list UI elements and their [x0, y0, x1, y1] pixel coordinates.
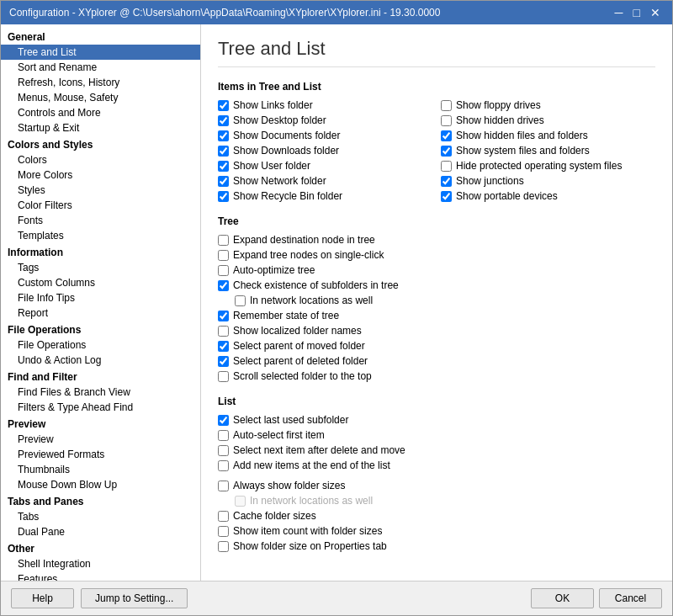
checkbox-hide-protected-operating-system-files[interactable]: [441, 161, 452, 172]
tree-checkbox-row: Expand tree nodes on single-click: [218, 247, 655, 263]
checkbox-tree-check-existence-of-subfolders-in-tree[interactable]: [218, 280, 229, 291]
sidebar-item-shell-integration[interactable]: Shell Integration: [1, 556, 200, 571]
sidebar-item-sort-and-rename[interactable]: Sort and Rename: [1, 60, 200, 75]
checkbox-list-cache-folder-sizes[interactable]: [218, 511, 229, 522]
tree-checkbox-row: Check existence of subfolders in tree: [218, 278, 655, 293]
sidebar-item-custom-columns[interactable]: Custom Columns: [1, 275, 200, 290]
sidebar-group-label: Tabs and Panes: [1, 492, 200, 509]
sidebar-item-menus-mouse-safety[interactable]: Menus, Mouse, Safety: [1, 90, 200, 105]
checkbox-show-hidden-drives[interactable]: [441, 115, 452, 126]
items-left-checkbox-row: Show Recycle Bin folder: [218, 189, 432, 204]
sidebar-item-dual-pane[interactable]: Dual Pane: [1, 524, 200, 539]
sidebar-item-templates[interactable]: Templates: [1, 228, 200, 243]
tree-checkbox-row: Expand destination node in tree: [218, 232, 655, 247]
checkbox-tree-expand-destination-node-in-tree[interactable]: [218, 235, 229, 246]
checkbox-label: Show junctions: [456, 175, 524, 187]
checkbox-label: Check existence of subfolders in tree: [233, 279, 399, 291]
checkbox-list-select-next-item-after-delete-and-move[interactable]: [218, 445, 229, 456]
checkbox-show-floppy-drives[interactable]: [441, 100, 452, 111]
sidebar-item-thumbnails[interactable]: Thumbnails: [1, 462, 200, 477]
list-checkbox-row: Show item count with folder sizes: [218, 523, 655, 539]
checkbox-show-network-folder[interactable]: [218, 176, 229, 187]
checkbox-label: Show item count with folder sizes: [233, 525, 382, 537]
checkbox-show-recycle-bin-folder[interactable]: [218, 191, 229, 202]
sidebar-item-mouse-down-blow-up[interactable]: Mouse Down Blow Up: [1, 477, 200, 492]
footer: Help Jump to Setting... OK Cancel: [1, 581, 672, 615]
checkbox-label: Show User folder: [233, 160, 310, 172]
checkbox-show-hidden-files-and-folders[interactable]: [441, 130, 452, 141]
sidebar-item-styles[interactable]: Styles: [1, 183, 200, 198]
checkbox-label: Add new items at the end of the list: [233, 459, 390, 471]
sidebar-item-more-colors[interactable]: More Colors: [1, 167, 200, 183]
checkbox-show-downloads-folder[interactable]: [218, 146, 229, 157]
sidebar-item-tree-and-list[interactable]: Tree and List: [1, 45, 200, 60]
content-area: GeneralTree and ListSort and RenameRefre…: [1, 24, 672, 581]
checkbox-list-show-item-count-with-folder-sizes[interactable]: [218, 526, 229, 537]
items-right-checkbox-row: Show floppy drives: [441, 98, 655, 113]
sidebar-item-undo-action-log[interactable]: Undo & Action Log: [1, 353, 200, 368]
checkbox-tree-select-parent-of-moved-folder[interactable]: [218, 341, 229, 352]
sidebar-item-color-filters[interactable]: Color Filters: [1, 198, 200, 213]
sidebar-item-refresh-icons-history[interactable]: Refresh, Icons, History: [1, 75, 200, 90]
sidebar-item-tabs[interactable]: Tabs: [1, 509, 200, 524]
checkbox-label: Remember state of tree: [233, 310, 339, 321]
close-button[interactable]: ✕: [647, 6, 664, 19]
checkbox-show-system-files-and-folders[interactable]: [441, 146, 452, 157]
sidebar-group-label: File Operations: [1, 321, 200, 337]
checkbox-show-portable-devices[interactable]: [441, 191, 452, 202]
checkbox-tree-show-localized-folder-names[interactable]: [218, 326, 229, 337]
checkbox-label: Show Recycle Bin folder: [233, 190, 342, 202]
sidebar-item-file-info-tips[interactable]: File Info Tips: [1, 290, 200, 305]
checkbox-list-add-new-items-at-the-end-of-the-list[interactable]: [218, 460, 229, 471]
checkbox-list-select-last-used-subfolder[interactable]: [218, 415, 229, 426]
checkbox-show-links-folder[interactable]: [218, 100, 229, 111]
checkbox-label: Show hidden drives: [456, 114, 544, 126]
minimize-button[interactable]: ─: [612, 6, 627, 19]
sidebar-item-filters-type-ahead-find[interactable]: Filters & Type Ahead Find: [1, 400, 200, 415]
items-left-checkbox-row: Show Downloads folder: [218, 143, 432, 158]
checkbox-list-show-folder-size-on-properties-tab[interactable]: [218, 541, 229, 552]
checkbox-label: Auto-select first item: [233, 429, 325, 441]
checkbox-label: Auto-optimize tree: [233, 264, 315, 276]
checkbox-show-documents-folder[interactable]: [218, 130, 229, 141]
sidebar-item-find-files-branch-view[interactable]: Find Files & Branch View: [1, 385, 200, 400]
tree-checkbox-row: Auto-optimize tree: [218, 263, 655, 278]
maximize-button[interactable]: □: [630, 6, 644, 19]
sidebar-item-report[interactable]: Report: [1, 305, 200, 321]
checkbox-label: Select next item after delete and move: [233, 444, 405, 456]
sidebar-item-colors[interactable]: Colors: [1, 152, 200, 167]
sidebar-item-features[interactable]: Features: [1, 571, 200, 581]
section-tree-title: Tree: [218, 215, 655, 227]
ok-button[interactable]: OK: [531, 588, 594, 608]
sidebar-item-file-operations[interactable]: File Operations: [1, 337, 200, 353]
checkbox-tree-scroll-selected-folder-to-the-top[interactable]: [218, 371, 229, 382]
checkbox-label: Show localized folder names: [233, 325, 362, 337]
sidebar-item-tags[interactable]: Tags: [1, 260, 200, 275]
page-title: Tree and List: [218, 38, 655, 67]
checkbox-tree-remember-state-of-tree[interactable]: [218, 311, 229, 321]
checkbox-tree-select-parent-of-deleted-folder[interactable]: [218, 356, 229, 367]
jump-to-setting-button[interactable]: Jump to Setting...: [81, 588, 188, 608]
checkbox-show-user-folder[interactable]: [218, 161, 229, 172]
help-button[interactable]: Help: [11, 588, 74, 608]
checkbox-list-auto-select-first-item[interactable]: [218, 430, 229, 441]
sidebar-item-controls-and-more[interactable]: Controls and More: [1, 105, 200, 120]
main-panel: Tree and List Items in Tree and ListShow…: [201, 24, 672, 581]
checkbox-label: Cache folder sizes: [233, 510, 316, 522]
cancel-button[interactable]: Cancel: [599, 588, 662, 608]
checkbox-list-always-show-folder-sizes[interactable]: [218, 481, 229, 491]
items-right-checkbox-row: Show hidden files and folders: [441, 128, 655, 143]
checkbox-label: Show Network folder: [233, 175, 326, 187]
checkbox-show-junctions[interactable]: [441, 176, 452, 187]
checkbox-label: Always show folder sizes: [233, 480, 345, 491]
checkbox-tree-auto-optimize-tree[interactable]: [218, 265, 229, 276]
sidebar-item-startup-and-exit[interactable]: Startup & Exit: [1, 120, 200, 135]
sidebar-item-preview[interactable]: Preview: [1, 432, 200, 447]
checkbox-label: In network locations as well: [250, 295, 373, 306]
sidebar-item-previewed-formats[interactable]: Previewed Formats: [1, 447, 200, 462]
checkbox-show-desktop-folder[interactable]: [218, 115, 229, 126]
checkbox-label: Scroll selected folder to the top: [233, 370, 372, 382]
checkbox-tree-expand-tree-nodes-on-single-click[interactable]: [218, 250, 229, 261]
checkbox-tree-in-network-locations-as-well[interactable]: [235, 295, 246, 306]
sidebar-item-fonts[interactable]: Fonts: [1, 213, 200, 228]
